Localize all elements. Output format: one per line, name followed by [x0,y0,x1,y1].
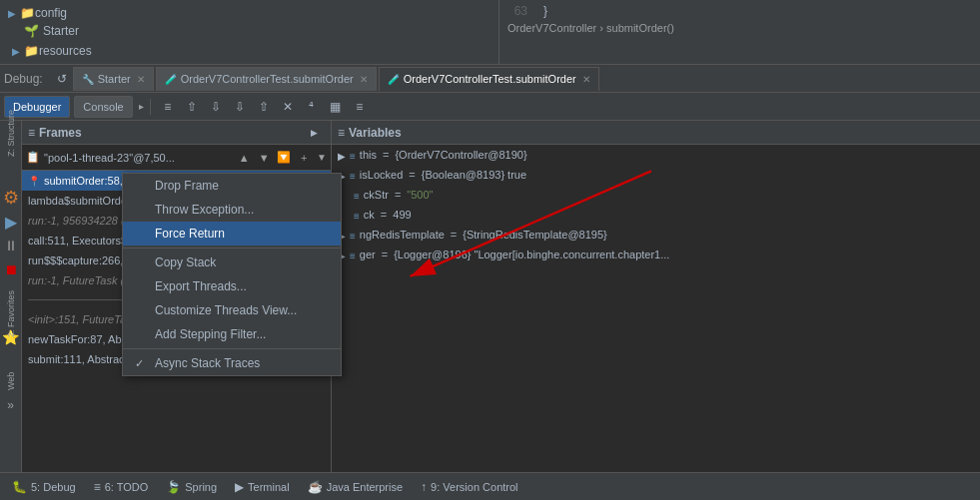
menu-label-copy-stack: Copy Stack [155,255,216,269]
toolbar: Debugger Console ▸ ≡ ⇧ ⇩ ⇩ ⇧ ✕ ⁴ ▦ ≡ [0,93,980,121]
status-terminal[interactable]: ▶ Terminal [227,475,298,499]
thread-down-btn[interactable]: ▼ [255,149,273,167]
line-number: 63 [507,4,527,18]
tab-ordertest2[interactable]: 🧪 OrderV7ControllerTest.submitOrder ✕ [379,67,599,91]
step-into-btn[interactable]: ⇩ [205,96,227,118]
tab-ordertest2-close[interactable]: ✕ [582,74,590,85]
var-eq-islocked: = [409,169,415,181]
left-sidebar: Z: Structure ⚙ ▶ ⏸ ⏹ 2: Favorites ⭐ Web … [0,121,22,472]
tree-item-label: resources [39,44,92,58]
tree-item-label: config [35,6,67,20]
status-spring[interactable]: 🍃 Spring [158,475,225,499]
checkmark-icon: ✓ [135,357,149,370]
var-icon-this: ≡ [350,151,356,162]
tab-ordertest2-icon: 🧪 [388,74,400,85]
thread-add-btn[interactable]: + [295,149,313,167]
menu-item-copy-stack[interactable]: Copy Stack [123,250,341,274]
status-version-control[interactable]: ↑ 9: Version Control [413,475,525,499]
menu-item-force-return[interactable]: Force Return [123,222,341,246]
tree-item-config[interactable]: ▶ 📁 config [8,4,490,22]
frames-panel: ≡ Frames ▸ 📋 "pool-1-thread-23"@7,50... … [22,121,332,472]
tree-item-label: Starter [43,24,79,38]
sidebar-icon-3[interactable]: ▶ [2,213,20,231]
status-todo-label: 6: TODO [105,481,149,493]
sidebar-icon-5[interactable]: ⏹ [2,260,20,278]
frames-action-btn[interactable]: ▸ [303,122,325,144]
variables-header-label: Variables [349,126,402,140]
thread-name: "pool-1-thread-23"@7,50... [44,152,231,164]
var-eq-ck: = [381,209,387,221]
sidebar-icon-web[interactable]: Web [2,372,20,390]
tab-starter[interactable]: 🔧 Starter ✕ [73,67,154,91]
stop-btn[interactable]: ✕ [277,96,299,118]
var-name-ngredis: ngRedisTemplate [360,229,445,241]
sidebar-icon-favorites[interactable]: 2: Favorites [2,304,20,322]
menu-item-customize-threads[interactable]: Customize Threads View... [123,298,341,322]
status-version-control-label: 9: Version Control [431,481,517,493]
menu-sep-2 [123,348,341,349]
layout-btn2[interactable]: ▦ [325,96,347,118]
status-todo[interactable]: ≡ 6: TODO [86,475,157,499]
tab-ordertest1[interactable]: 🧪 OrderV7ControllerTest.submitOrder ✕ [156,67,377,91]
sidebar-icon-2[interactable]: ⚙ [2,189,20,207]
var-item-ngredis[interactable]: ▶ ≡ ngRedisTemplate = {StringRedisTempla… [332,227,980,247]
todo-icon: ≡ [94,480,101,494]
sidebar-icon-4[interactable]: ⏸ [2,237,20,254]
layout-btn1[interactable]: ⁴ [301,96,323,118]
status-debug[interactable]: 🐛 5: Debug [4,475,84,499]
frames-btn[interactable]: ≡ [157,96,179,118]
tree-item-resources[interactable]: ▶ 📁 resources [8,42,490,60]
var-value-ngredis: {StringRedisTemplate@8195} [463,229,606,241]
console-tab[interactable]: Console [74,96,132,118]
context-menu: Drop Frame Throw Exception... Force Retu… [122,173,342,376]
var-arrow-this[interactable]: ▶ [338,151,346,162]
thread-up-btn[interactable]: ▲ [235,149,253,167]
code-line: 63 } [507,4,972,18]
restart-button[interactable]: ↺ [51,68,73,90]
frames-header-label: Frames [39,126,82,140]
tree-item-starter[interactable]: 🌱 Starter [8,22,490,40]
var-item-ck[interactable]: ≡ ck = 499 [332,207,980,227]
menu-item-drop-frame[interactable]: Drop Frame [123,174,341,198]
code-area-top: 63 } OrderV7Controller › submitOrder() [499,0,980,64]
thread-filter-btn[interactable]: 🔽 [275,149,293,167]
more-button[interactable]: » [5,396,16,414]
menu-label-export-threads: Export Threads... [155,279,247,293]
thread-dropdown-btn[interactable]: ▼ [317,152,327,163]
menu-item-throw-exception[interactable]: Throw Exception... [123,198,341,222]
var-item-ger[interactable]: ▶ ≡ ger = {Logger@8196} "Logger[io.bingh… [332,247,980,266]
var-icon-ck: ≡ [354,211,360,222]
var-eq-ger: = [382,249,388,260]
var-icon-ger: ≡ [350,250,356,261]
menu-label-async-traces: Async Stack Traces [155,356,260,370]
menu-item-export-threads[interactable]: Export Threads... [123,274,341,298]
menu-item-add-stepping[interactable]: Add Stepping Filter... [123,322,341,346]
var-item-this[interactable]: ▶ ≡ this = {OrderV7Controller@8190} [332,147,980,167]
var-name-ck: ck [364,209,375,221]
resume-btn[interactable]: ⇧ [253,96,275,118]
version-control-icon: ↑ [421,480,427,494]
var-item-ckstr[interactable]: ≡ ckStr = "500" [332,187,980,207]
tab-ordertest1-close[interactable]: ✕ [360,74,368,85]
thread-selector[interactable]: 📋 "pool-1-thread-23"@7,50... ▲ ▼ 🔽 + ▼ [22,145,331,171]
var-value-islocked: {Boolean@8193} true [422,169,526,181]
frame-icon-0: 📍 [28,176,40,187]
var-name-this: this [360,149,377,161]
file-tree-top: ▶ 📁 config 🌱 Starter ▶ 📁 resources [0,0,499,64]
step-over-btn[interactable]: ⇧ [181,96,203,118]
var-item-islocked[interactable]: ▶ ≡ isLocked = {Boolean@8193} true [332,167,980,187]
tab-starter-close[interactable]: ✕ [137,74,145,85]
menu-item-async-traces[interactable]: ✓ Async Stack Traces [123,351,341,375]
status-java-enterprise[interactable]: ☕ Java Enterprise [300,475,411,499]
status-debug-label: 5: Debug [31,481,76,493]
step-out-btn[interactable]: ⇩ [229,96,251,118]
var-icon-ngredis: ≡ [350,231,356,242]
sidebar-icon-1[interactable]: Z: Structure [2,125,20,143]
async-trace-line [28,299,133,300]
variables-icon: ≡ [338,126,345,140]
console-expand[interactable]: ▸ [139,101,144,112]
frames-panel-header: ≡ Frames ▸ [22,121,331,145]
layout-btn3[interactable]: ≡ [349,96,371,118]
file-icon: 🌱 [24,24,39,38]
thread-actions: ▲ ▼ 🔽 + [235,149,313,167]
